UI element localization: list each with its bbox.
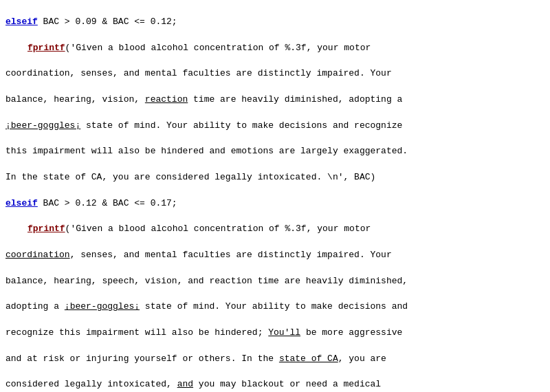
underline-and-1: and <box>177 379 193 389</box>
underline-state-ca-1: state of CA <box>279 353 338 364</box>
line-4: balance, hearing, vision, reaction time … <box>6 94 544 107</box>
keyword-printf-1: fprintf <box>28 43 65 53</box>
line-8: elseif BAC > 0.12 & BAC <= 0.17; <box>6 197 544 210</box>
underline-coordination-1: coordination <box>6 250 70 260</box>
keyword-elseif-1: elseif <box>6 17 38 27</box>
keyword-elseif-2: elseif <box>6 198 38 208</box>
line-12: adopting a ¡beer-goggles¡ state of mind.… <box>6 301 544 314</box>
indent-1 <box>6 42 28 55</box>
line-13: recognize this impairment will also be h… <box>6 327 544 340</box>
line-6: this impairment will also be hindered an… <box>6 145 544 158</box>
line-1: elseif BAC > 0.09 & BAC <= 0.12; <box>6 16 544 29</box>
line-5: ¡beer-goggles¡ state of mind. Your abili… <box>6 120 544 133</box>
condition-1: BAC > 0.09 & BAC <= 0.12; <box>38 17 177 27</box>
underline-reaction-1: reaction <box>145 94 188 105</box>
line-9: fprintf('Given a blood alcohol concentra… <box>6 223 544 236</box>
line-2: fprintf('Given a blood alcohol concentra… <box>6 42 544 55</box>
printf-open-2: ('Given a blood alcohol concentration of… <box>65 224 371 234</box>
line-10: coordination, senses, and mental faculti… <box>6 249 544 262</box>
condition-2: BAC > 0.12 & BAC <= 0.17; <box>38 198 177 208</box>
line-11: balance, hearing, speech, vision, and re… <box>6 275 544 288</box>
line-14: and at risk or injuring yourself or othe… <box>6 353 544 366</box>
underline-youll-1: You'll <box>268 327 300 338</box>
keyword-printf-2: fprintf <box>28 224 65 234</box>
line-7: In the state of CA, you are considered l… <box>6 171 544 184</box>
printf-open-1: ('Given a blood alcohol concentration of… <box>65 43 371 53</box>
underline-beer-goggles-1: ¡beer-goggles¡ <box>6 120 80 131</box>
indent-2 <box>6 223 28 236</box>
line-3: coordination, senses, and mental faculti… <box>6 67 544 80</box>
line-15: considered legally intoxicated, and you … <box>6 378 544 391</box>
underline-beer-goggles-2: ¡beer-goggles¡ <box>65 301 140 312</box>
code-display: elseif BAC > 0.09 & BAC <= 0.12; fprintf… <box>6 3 544 392</box>
